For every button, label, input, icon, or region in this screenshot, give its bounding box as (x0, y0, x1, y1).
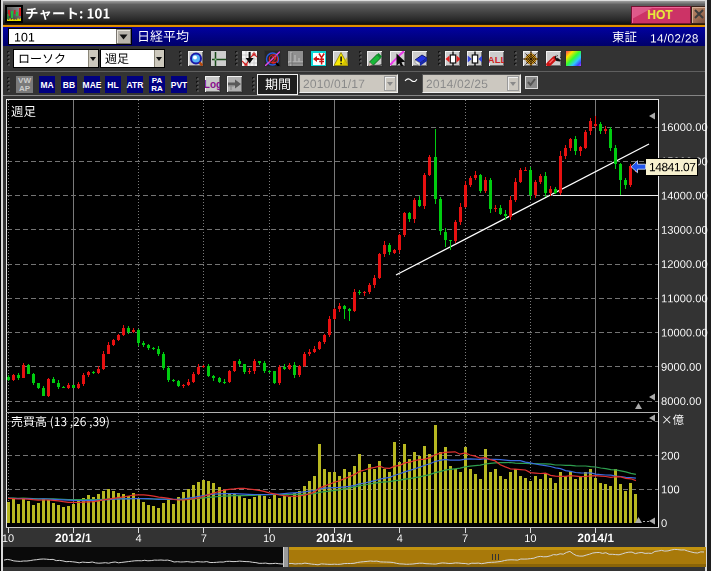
svg-text:ALL: ALL (489, 54, 504, 65)
svg-text:2: 2 (271, 54, 276, 65)
svg-text:HOT: HOT (647, 8, 673, 22)
svg-text:Log: Log (205, 79, 220, 90)
